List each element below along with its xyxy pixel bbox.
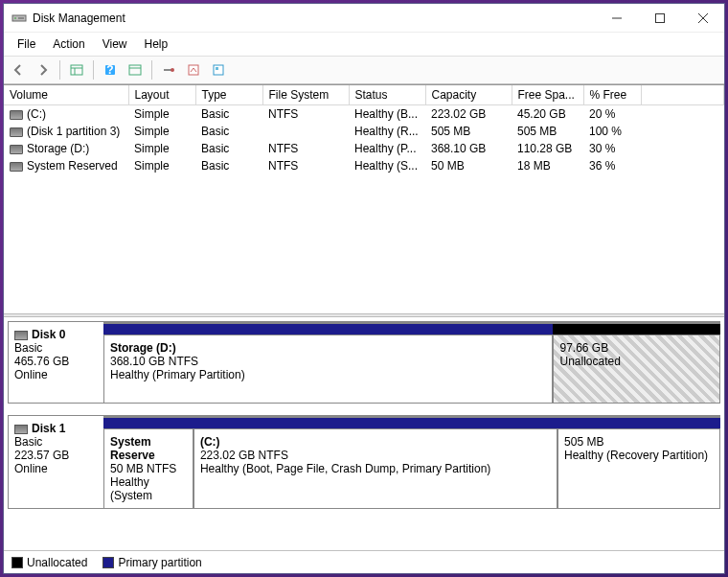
partition[interactable]: (C:)223.02 GB NTFSHealthy (Boot, Page Fi… xyxy=(193,428,557,509)
partition-unallocated[interactable]: 97.66 GBUnallocated xyxy=(553,335,720,404)
disk-management-window: Disk Management File Action View Help ? … xyxy=(3,3,725,574)
volume-row[interactable]: (Disk 1 partition 3)SimpleBasicHealthy (… xyxy=(4,123,724,140)
primary-swatch-icon xyxy=(102,557,114,568)
col-percent-free[interactable]: % Free xyxy=(583,85,641,105)
svg-text:?: ? xyxy=(106,63,113,77)
volume-icon xyxy=(10,162,23,172)
col-free-space[interactable]: Free Spa... xyxy=(512,85,583,105)
unallocated-swatch-icon xyxy=(11,557,23,568)
volume-list-pane[interactable]: Volume Layout Type File System Status Ca… xyxy=(4,85,724,313)
volume-icon xyxy=(10,127,23,137)
menu-help[interactable]: Help xyxy=(137,35,176,54)
partition[interactable]: 505 MBHealthy (Recovery Partition) xyxy=(557,428,720,509)
svg-rect-16 xyxy=(189,65,198,75)
svg-rect-4 xyxy=(655,13,664,22)
partition[interactable]: System Reserve50 MB NTFSHealthy (System xyxy=(103,428,193,509)
help-button[interactable]: ? xyxy=(100,59,121,81)
properties-button[interactable] xyxy=(183,59,204,81)
titlebar[interactable]: Disk Management xyxy=(4,4,724,33)
close-button[interactable] xyxy=(681,4,724,32)
disk-icon xyxy=(14,331,28,340)
show-hide-console-tree-button[interactable] xyxy=(66,59,87,81)
svg-rect-12 xyxy=(129,65,141,75)
maximize-button[interactable] xyxy=(638,4,681,32)
forward-button[interactable] xyxy=(33,59,54,81)
partition[interactable]: Storage (D:)368.10 GB NTFSHealthy (Prima… xyxy=(103,335,553,404)
menu-action[interactable]: Action xyxy=(45,35,92,54)
col-capacity[interactable]: Capacity xyxy=(425,85,512,105)
volume-row[interactable]: Storage (D:)SimpleBasicNTFSHealthy (P...… xyxy=(4,140,724,157)
volume-row[interactable]: System ReservedSimpleBasicNTFSHealthy (S… xyxy=(4,157,724,174)
volume-row[interactable]: (C:)SimpleBasicNTFSHealthy (B...223.02 G… xyxy=(4,105,724,124)
col-filesystem[interactable]: File System xyxy=(262,85,349,105)
refresh-button[interactable] xyxy=(158,59,179,81)
legend-unallocated: Unallocated xyxy=(11,556,87,569)
svg-point-1 xyxy=(14,17,16,19)
menu-view[interactable]: View xyxy=(95,35,135,54)
col-volume[interactable]: Volume xyxy=(4,85,128,105)
minimize-button[interactable] xyxy=(595,4,638,32)
window-title: Disk Management xyxy=(33,12,595,25)
col-status[interactable]: Status xyxy=(349,85,425,105)
svg-point-15 xyxy=(171,68,174,72)
column-headers[interactable]: Volume Layout Type File System Status Ca… xyxy=(4,85,724,105)
col-type[interactable]: Type xyxy=(195,85,262,105)
menubar: File Action View Help xyxy=(4,33,724,56)
svg-rect-7 xyxy=(71,65,82,75)
volume-icon xyxy=(10,110,23,120)
toolbar: ? xyxy=(4,56,724,84)
volume-icon xyxy=(10,145,23,154)
disk-label[interactable]: Disk 0Basic465.76 GBOnline xyxy=(8,321,103,404)
graphical-view-pane[interactable]: Disk 0Basic465.76 GBOnlineStorage (D:)36… xyxy=(4,317,724,550)
col-layout[interactable]: Layout xyxy=(128,85,195,105)
disk-row: Disk 0Basic465.76 GBOnlineStorage (D:)36… xyxy=(8,321,720,404)
svg-rect-2 xyxy=(18,17,24,19)
disk-row: Disk 1Basic223.57 GBOnlineSystem Reserve… xyxy=(8,415,720,509)
disk-label[interactable]: Disk 1Basic223.57 GBOnline xyxy=(8,415,103,509)
settings-button[interactable] xyxy=(208,59,229,81)
app-icon xyxy=(11,11,27,26)
action-list-button[interactable] xyxy=(125,59,146,81)
menu-file[interactable]: File xyxy=(10,35,43,54)
legend: Unallocated Primary partition xyxy=(4,550,724,573)
legend-primary: Primary partition xyxy=(102,556,201,569)
back-button[interactable] xyxy=(8,59,29,81)
disk-icon xyxy=(14,425,28,434)
svg-rect-18 xyxy=(216,67,218,70)
